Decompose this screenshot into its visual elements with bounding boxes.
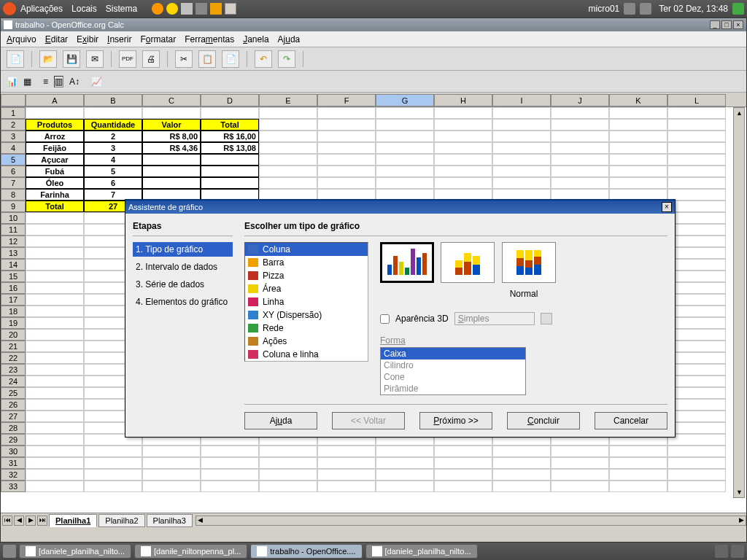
paste-button[interactable]: 📄 — [222, 50, 239, 68]
cell-C30[interactable] — [142, 446, 201, 457]
top-menu-places[interactable]: Locais — [71, 4, 97, 14]
row-header-1[interactable]: 1 — [1, 107, 26, 119]
cell-L18[interactable] — [667, 306, 726, 317]
cell-A32[interactable] — [26, 469, 84, 481]
cell-D7[interactable] — [201, 177, 259, 189]
cell-L28[interactable] — [667, 422, 726, 434]
column-header-L[interactable]: L — [667, 94, 726, 106]
maximize-button[interactable]: □ — [721, 20, 732, 29]
finish-button[interactable]: Concluir — [507, 412, 580, 429]
row-header-17[interactable]: 17 — [1, 294, 26, 306]
wizard-step-1[interactable]: 2. Intervalo de dados — [133, 260, 233, 274]
cell-L5[interactable] — [667, 154, 726, 166]
cell-C31[interactable] — [142, 457, 201, 469]
cell-A31[interactable] — [26, 457, 84, 469]
volume-icon[interactable] — [640, 3, 651, 15]
cell-L24[interactable] — [667, 376, 726, 387]
cell-L25[interactable] — [667, 387, 726, 399]
cell-B2[interactable]: Quantidade — [84, 119, 142, 131]
cancel-button[interactable]: Cancelar — [595, 412, 667, 429]
chart-type-list[interactable]: ColunaBarraPizzaÁreaLinhaXY (Dispersão)R… — [244, 242, 368, 362]
cell-A19[interactable] — [26, 317, 84, 329]
cell-I31[interactable] — [492, 457, 551, 469]
forma-item-3[interactable]: Pirâmide — [381, 383, 525, 394]
tray-icon-1[interactable] — [624, 3, 635, 15]
chart-type-pizza[interactable]: Pizza — [245, 269, 368, 282]
close-button[interactable]: × — [733, 20, 743, 29]
cell-G1[interactable] — [376, 107, 434, 119]
cell-K4[interactable] — [609, 142, 667, 154]
cell-A17[interactable] — [26, 294, 84, 306]
column-header-I[interactable]: I — [492, 94, 551, 106]
cell-L11[interactable] — [667, 224, 726, 236]
row-header-33[interactable]: 33 — [1, 481, 26, 492]
row-header-4[interactable]: 4 — [1, 142, 26, 154]
cell-A26[interactable] — [26, 399, 84, 411]
cell-E7[interactable] — [259, 177, 317, 189]
taskbar-button-2[interactable]: trabalho - OpenOffice.... — [250, 544, 362, 559]
tab-nav-last[interactable]: ⏭ — [37, 516, 47, 526]
chart-type-a--es[interactable]: Ações — [245, 335, 368, 348]
cell-A29[interactable] — [26, 434, 84, 446]
cell-C3[interactable]: R$ 8,00 — [142, 131, 201, 142]
row-header-9[interactable]: 9 — [1, 201, 26, 212]
chart-type-rede[interactable]: Rede — [245, 322, 368, 335]
cell-J7[interactable] — [551, 177, 609, 189]
cell-A25[interactable] — [26, 387, 84, 399]
cell-A12[interactable] — [26, 236, 84, 247]
chart-type-linha[interactable]: Linha — [245, 295, 368, 308]
menu-ajuda[interactable]: Ajuda — [278, 34, 301, 44]
cell-D32[interactable] — [201, 469, 259, 481]
cell-G31[interactable] — [376, 457, 434, 469]
grid-h-button[interactable]: ≡ — [43, 77, 48, 87]
row-header-13[interactable]: 13 — [1, 247, 26, 259]
cell-E3[interactable] — [259, 131, 317, 142]
cell-G7[interactable] — [376, 177, 434, 189]
pdf-button[interactable]: PDF — [119, 50, 136, 68]
row-header-21[interactable]: 21 — [1, 341, 26, 352]
cell-F2[interactable] — [317, 119, 376, 131]
cell-H6[interactable] — [434, 166, 492, 177]
cell-F32[interactable] — [317, 469, 376, 481]
cell-G6[interactable] — [376, 166, 434, 177]
cell-K31[interactable] — [609, 457, 667, 469]
cell-B1[interactable] — [84, 107, 142, 119]
cell-G4[interactable] — [376, 142, 434, 154]
cell-L12[interactable] — [667, 236, 726, 247]
taskbar-button-3[interactable]: [daniele_planilha_nilto... — [365, 544, 478, 559]
row-header-24[interactable]: 24 — [1, 376, 26, 387]
cell-I6[interactable] — [492, 166, 551, 177]
cell-C2[interactable]: Valor — [142, 119, 201, 131]
row-header-12[interactable]: 12 — [1, 236, 26, 247]
row-header-14[interactable]: 14 — [1, 259, 26, 271]
cell-A3[interactable]: Arroz — [26, 131, 84, 142]
undo-button[interactable]: ↶ — [255, 50, 272, 68]
copy-button[interactable]: 📋 — [198, 50, 216, 68]
dialog-close-button[interactable]: × — [662, 202, 672, 212]
cell-E33[interactable] — [259, 481, 317, 492]
sheet-tab-0[interactable]: Planilha1 — [49, 514, 97, 527]
cell-L2[interactable] — [667, 119, 726, 131]
menu-exibir[interactable]: Exibir — [77, 34, 98, 44]
cell-A33[interactable] — [26, 481, 84, 492]
cell-F30[interactable] — [317, 446, 376, 457]
cell-J1[interactable] — [551, 107, 609, 119]
cell-L16[interactable] — [667, 282, 726, 294]
cell-H2[interactable] — [434, 119, 492, 131]
cell-L33[interactable] — [667, 481, 726, 492]
forma-item-2[interactable]: Cone — [381, 371, 525, 383]
chart-tool-2[interactable]: ▦ — [23, 77, 31, 87]
cell-H3[interactable] — [434, 131, 492, 142]
cell-L31[interactable] — [667, 457, 726, 469]
column-header-E[interactable]: E — [259, 94, 317, 106]
forma-item-0[interactable]: Caixa — [381, 348, 525, 359]
cell-C4[interactable]: R$ 4,36 — [142, 142, 201, 154]
column-header-H[interactable]: H — [434, 94, 492, 106]
menu-arquivo[interactable]: Arquivo — [7, 34, 36, 44]
ubuntu-logo-icon[interactable] — [3, 2, 16, 15]
row-header-10[interactable]: 10 — [1, 212, 26, 224]
tab-nav-first[interactable]: ⏮ — [2, 516, 12, 526]
cell-L10[interactable] — [667, 212, 726, 224]
cell-L15[interactable] — [667, 271, 726, 282]
row-header-2[interactable]: 2 — [1, 119, 26, 131]
